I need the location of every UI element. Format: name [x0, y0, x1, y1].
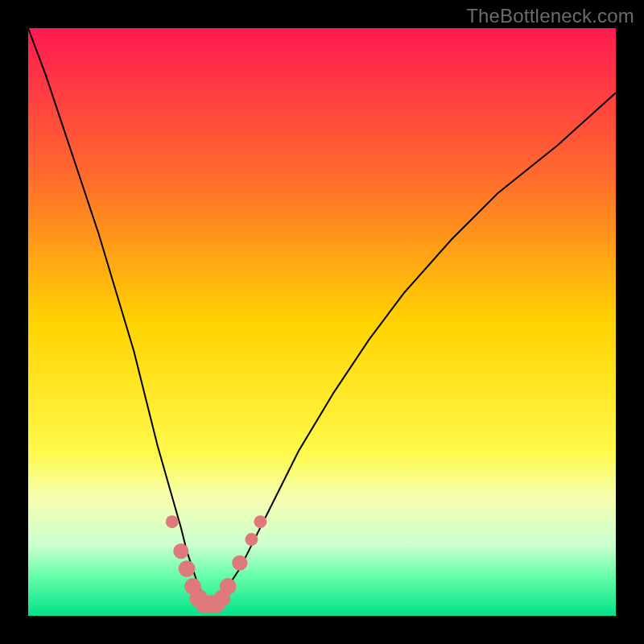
curve-marker [179, 560, 196, 577]
curve-marker [166, 515, 179, 528]
curve-marker [173, 543, 188, 559]
curve-marker [245, 533, 258, 546]
chart-frame: TheBottleneck.com [0, 0, 644, 644]
curve-marker [254, 515, 266, 528]
curve-marker [232, 555, 247, 571]
curve-marker [220, 578, 237, 595]
gradient-background [28, 28, 616, 616]
watermark-text: TheBottleneck.com [466, 5, 634, 27]
bottleneck-chart [0, 0, 644, 644]
